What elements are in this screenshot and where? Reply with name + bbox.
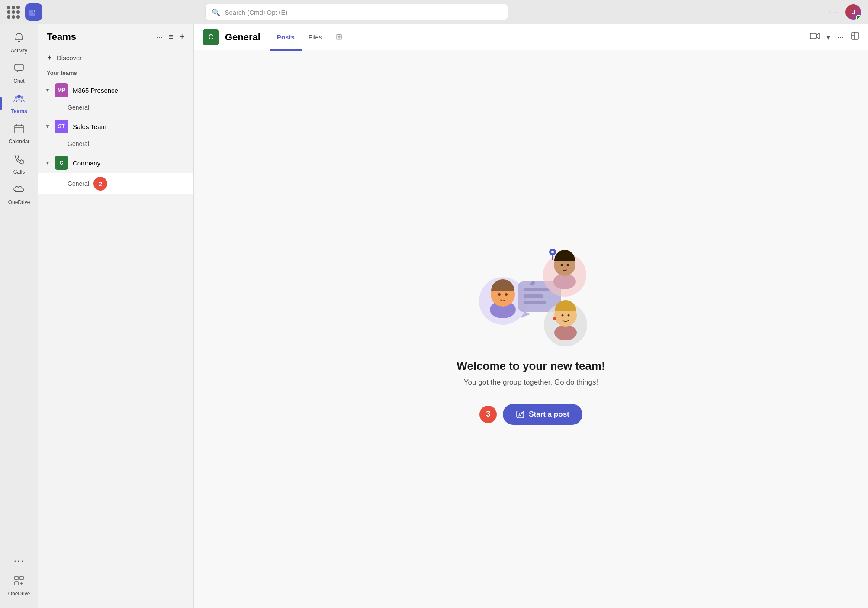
section-label-your-teams: Your teams (38, 66, 193, 80)
svg-point-33 (568, 314, 570, 316)
welcome-area: Welcome to your new team! You got the gr… (194, 50, 868, 608)
svg-point-17 (505, 293, 508, 296)
welcome-title: Welcome to your new team! (457, 359, 605, 373)
illustration (457, 234, 604, 346)
teams-icon (13, 93, 25, 107)
user-avatar[interactable]: U (845, 4, 861, 20)
title-bar-right: ··· U (829, 4, 861, 20)
sidebar-label-teams: Teams (11, 108, 27, 114)
start-post-button[interactable]: Start a post (503, 404, 582, 425)
teams-header: Teams ··· ≡ + (38, 24, 193, 49)
chevron-down-icon[interactable]: ▾ (826, 32, 830, 42)
svg-rect-3 (15, 64, 23, 70)
sidebar-label-onedrive: OneDrive (8, 199, 30, 205)
svg-point-26 (567, 264, 569, 266)
title-bar: T 🔍 Search (Cmd+Opt+E) ··· U (0, 0, 868, 24)
company-general-label: General (68, 180, 89, 187)
video-call-icon[interactable] (810, 32, 820, 42)
channel-title: General (225, 32, 260, 43)
sidebar-item-calendar[interactable]: Calendar (0, 119, 38, 149)
m365-chevron: ▼ (45, 87, 50, 93)
more-options-button[interactable]: ··· (829, 7, 839, 17)
step-3-badge: 3 (479, 406, 497, 423)
channel-header-right: ▾ ··· (810, 32, 859, 42)
svg-rect-11 (810, 33, 816, 39)
expand-icon[interactable] (851, 32, 859, 42)
team-group-company: ▼ C Company General 2 (38, 152, 193, 194)
start-post-label: Start a post (529, 410, 569, 419)
company-badge: C (55, 156, 68, 170)
welcome-subtitle: You got the group together. Go do things… (464, 378, 598, 387)
channel-m365-general[interactable]: General (38, 100, 193, 114)
channel-sales-general[interactable]: General (38, 137, 193, 151)
sidebar-item-apps[interactable]: OneDrive (0, 571, 38, 601)
svg-text:T: T (34, 9, 36, 12)
activity-icon (13, 32, 25, 46)
online-status-dot (856, 15, 861, 20)
main-container: Activity Chat Teams (0, 24, 868, 608)
sales-name: Sales Team (73, 123, 106, 130)
calls-icon (13, 153, 25, 167)
sales-general-label: General (68, 140, 89, 147)
calendar-icon (13, 123, 25, 137)
tab-posts[interactable]: Posts (270, 25, 302, 51)
company-chevron: ▼ (45, 160, 50, 166)
svg-point-30 (554, 325, 577, 340)
sidebar-item-activity[interactable]: Activity (0, 28, 38, 58)
team-group-m365: ▼ MP M365 Presence General (38, 80, 193, 114)
teams-more-button[interactable]: ··· (156, 32, 163, 42)
channel-company-general[interactable]: General 2 (38, 173, 193, 194)
sidebar-item-onedrive[interactable]: OneDrive (0, 179, 38, 210)
sidebar-label-calls: Calls (13, 169, 25, 175)
team-row-m365[interactable]: ▼ MP M365 Presence (38, 80, 193, 100)
svg-rect-19 (524, 288, 550, 291)
m365-name: M365 Presence (73, 87, 118, 94)
svg-point-32 (562, 314, 564, 316)
step-2-badge: 2 (93, 177, 107, 191)
sidebar-item-teams[interactable]: Teams (0, 88, 38, 119)
svg-point-16 (498, 293, 501, 296)
channel-tabs: Posts Files ⊞ (270, 24, 350, 50)
search-placeholder: Search (Cmd+Opt+E) (225, 9, 287, 16)
sidebar: Activity Chat Teams (0, 24, 38, 608)
teams-filter-button[interactable]: ≡ (169, 32, 174, 42)
svg-point-28 (551, 251, 554, 253)
svg-point-5 (15, 96, 17, 99)
sales-badge: ST (55, 120, 68, 133)
app-icon: T (25, 3, 42, 21)
sidebar-label-calendar: Calendar (9, 139, 30, 145)
search-bar[interactable]: 🔍 Search (Cmd+Opt+E) (205, 4, 508, 20)
m365-badge: MP (55, 83, 68, 97)
sidebar-label-chat: Chat (13, 78, 24, 84)
discover-item[interactable]: ✦ Discover (38, 49, 193, 66)
tab-files[interactable]: Files (302, 25, 329, 51)
channel-badge: C (203, 29, 219, 45)
sidebar-label-activity: Activity (11, 48, 27, 54)
start-post-container: 3 Start a post (479, 404, 582, 425)
main-content: C General Posts Files ⊞ ▾ (194, 24, 868, 608)
more-options-icon[interactable]: ··· (837, 32, 844, 42)
team-row-sales[interactable]: ▼ ST Sales Team (38, 116, 193, 137)
search-icon: 🔍 (212, 8, 220, 16)
team-group-sales: ▼ ST Sales Team General (38, 116, 193, 151)
svg-point-23 (553, 274, 576, 289)
channel-header: C General Posts Files ⊞ ▾ (194, 24, 868, 50)
svg-rect-9 (20, 576, 23, 580)
chat-icon (13, 62, 25, 76)
svg-rect-35 (517, 411, 524, 418)
svg-point-6 (21, 96, 23, 99)
tab-add[interactable]: ⊞ (329, 25, 349, 51)
teams-panel-title: Teams (47, 31, 151, 42)
svg-rect-20 (524, 294, 543, 298)
sidebar-item-calls[interactable]: Calls (0, 149, 38, 179)
sidebar-item-more[interactable]: ··· (0, 551, 38, 571)
discover-icon: ✦ (47, 54, 52, 62)
sales-chevron: ▼ (45, 123, 50, 129)
sidebar-item-chat[interactable]: Chat (0, 58, 38, 88)
discover-label: Discover (57, 54, 82, 61)
company-name: Company (73, 159, 100, 167)
team-row-company[interactable]: ▼ C Company (38, 152, 193, 173)
onedrive-icon (13, 184, 25, 197)
svg-point-25 (561, 264, 563, 266)
teams-add-button[interactable]: + (179, 31, 185, 42)
